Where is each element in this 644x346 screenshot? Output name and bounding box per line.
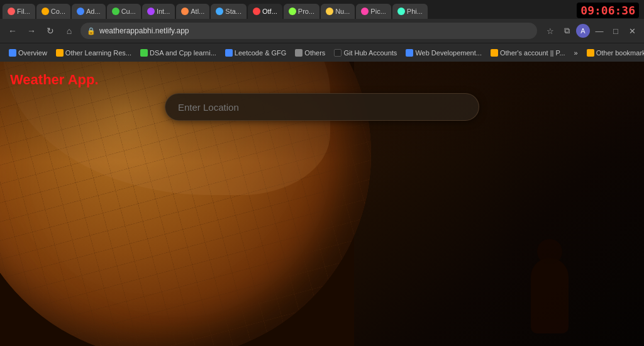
bookmark-label: Other bookmarks [596, 49, 644, 57]
tab-int[interactable]: Int... [142, 4, 175, 19]
tab-phi[interactable]: Phi... [392, 4, 428, 19]
bookmark-label: Web Developement... [415, 49, 482, 57]
app-logo: Weather App. [10, 72, 99, 88]
bookmark-label: Leetcode & GFG [235, 49, 287, 57]
address-text: weatherappabhi.netlify.app [99, 26, 189, 35]
bookmark-dsa[interactable]: DSA and Cpp learni... [136, 48, 220, 58]
tab-atl[interactable]: Atl... [176, 4, 209, 19]
account-icon-btn[interactable]: A [576, 24, 590, 38]
bookmark-label: Others [304, 49, 325, 57]
back-button[interactable]: ← [5, 23, 20, 38]
tab-ad[interactable]: Ad... [72, 4, 106, 19]
bookmark-other-bookmarks[interactable]: Other bookmarks [583, 48, 644, 58]
minimize-icon[interactable]: — [592, 24, 606, 38]
bookmark-leetcode[interactable]: Leetcode & GFG [221, 48, 291, 58]
nav-icons-right: ☆ ⧉ A — □ ✕ [543, 24, 639, 38]
bookmark-others[interactable]: Others [291, 48, 329, 58]
tab-pic[interactable]: Pic... [356, 4, 391, 19]
bookmark-chevron-icon: » [574, 49, 578, 57]
bookmark-label: Other Learning Res... [65, 49, 131, 57]
time-display: 09:06:36 [577, 3, 639, 18]
bookmark-web-dev[interactable]: Web Developement... [402, 48, 486, 58]
bookmark-other-learning[interactable]: Other Learning Res... [52, 48, 135, 58]
search-container [165, 93, 479, 121]
tab-bar: Fil... Co... Ad... Cu... Int... Atl... S… [0, 0, 644, 19]
tab-sta[interactable]: Sta... [211, 4, 247, 19]
browser-chrome: Fil... Co... Ad... Cu... Int... Atl... S… [0, 0, 644, 62]
location-search-input[interactable] [165, 93, 479, 121]
maximize-icon[interactable]: □ [609, 24, 623, 38]
tab-cu[interactable]: Cu... [107, 4, 141, 19]
nav-bar: ← → ↻ ⌂ 🔒 weatherappabhi.netlify.app ☆ ⧉… [0, 19, 644, 43]
reload-button[interactable]: ↻ [43, 23, 58, 38]
home-button[interactable]: ⌂ [62, 23, 77, 38]
lock-icon: 🔒 [87, 27, 96, 35]
forward-button[interactable]: → [24, 23, 39, 38]
bookmark-more[interactable]: » [570, 48, 582, 58]
address-bar[interactable]: 🔒 weatherappabhi.netlify.app [80, 23, 537, 39]
bookmark-label: Git Hub Accounts [343, 49, 397, 57]
tab-otf-active[interactable]: Otf... [248, 4, 282, 19]
close-icon[interactable]: ✕ [625, 24, 639, 38]
bookmark-label: DSA and Cpp learni... [150, 49, 216, 57]
bookmark-overview[interactable]: Overview [5, 48, 51, 58]
bookmark-label: Overview [18, 49, 47, 57]
tab-pro[interactable]: Pro... [284, 4, 319, 19]
bookmark-label: Other's account || P... [500, 49, 565, 57]
star-icon-btn[interactable]: ☆ [543, 24, 557, 38]
bookmarks-bar: Overview Other Learning Res... DSA and C… [0, 43, 644, 62]
tab-fil[interactable]: Fil... [3, 4, 35, 19]
tab-nu[interactable]: Nu... [321, 4, 355, 19]
silhouette-figure [531, 258, 569, 333]
tab-co[interactable]: Co... [36, 4, 70, 19]
bookmark-others-account[interactable]: Other's account || P... [487, 48, 569, 58]
extension-icon-btn[interactable]: ⧉ [560, 24, 574, 38]
bookmark-github[interactable]: Git Hub Accounts [330, 48, 401, 58]
app-content: Weather App. [0, 62, 644, 346]
